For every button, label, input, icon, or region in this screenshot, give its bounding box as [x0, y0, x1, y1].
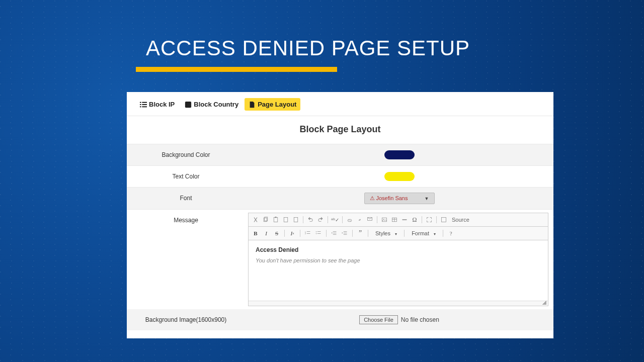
svg-rect-25	[317, 233, 321, 234]
svg-rect-30	[344, 233, 347, 233]
rich-text-editor: ᵃᵇ✓ Ω Source B	[248, 213, 548, 306]
strike-icon[interactable]: S	[273, 229, 281, 237]
message-label: Message	[127, 210, 245, 309]
tab-label: Block IP	[149, 101, 175, 108]
tab-block-ip[interactable]: Block IP	[136, 98, 179, 111]
text-color-swatch[interactable]	[384, 172, 415, 181]
paste-word-icon[interactable]	[292, 216, 300, 224]
paste-text-icon[interactable]	[282, 216, 290, 224]
svg-rect-2	[140, 104, 141, 105]
maximize-icon[interactable]	[425, 216, 433, 224]
tab-block-country[interactable]: Block Country	[181, 98, 243, 111]
file-status: No file chosen	[401, 316, 439, 323]
row-bg-color: Background Color	[127, 144, 553, 166]
bg-image-label: Background Image(1600x900)	[127, 309, 245, 330]
section-title: Block Page Layout	[127, 116, 553, 144]
cut-icon[interactable]	[252, 216, 260, 224]
message-body: You don't have permission to see the pag…	[256, 257, 541, 263]
title-underline	[136, 67, 337, 72]
list-icon	[140, 101, 147, 108]
editor-toolbar-1: ᵃᵇ✓ Ω Source	[249, 213, 548, 227]
numbered-list-icon[interactable]: 12	[304, 229, 312, 237]
spellcheck-icon[interactable]: ᵃᵇ✓	[331, 216, 339, 224]
table-icon[interactable]	[390, 216, 398, 224]
svg-rect-21	[307, 233, 310, 234]
text-color-label: Text Color	[127, 166, 245, 187]
font-select[interactable]: ⚠Josefin Sans ▼	[364, 193, 435, 204]
redo-icon[interactable]	[316, 216, 325, 224]
slide-title: ACCESS DENIED PAGE SETUP	[146, 36, 470, 60]
unlink-icon[interactable]	[356, 216, 364, 224]
svg-rect-27	[333, 233, 337, 233]
source-button[interactable]: Source	[450, 217, 471, 223]
editor-toolbar-2: B I S Ix 12 ” Styles ▾ Format	[249, 227, 548, 240]
tab-page-layout[interactable]: Page Layout	[245, 98, 300, 111]
svg-rect-17	[442, 218, 446, 222]
editor-content[interactable]: Access Denied You don't have permission …	[249, 240, 548, 301]
svg-rect-31	[344, 234, 347, 235]
resize-handle[interactable]	[249, 301, 548, 306]
tab-label: Block Country	[194, 101, 238, 108]
bullet-list-icon[interactable]	[314, 229, 323, 237]
bg-color-label: Background Color	[127, 144, 245, 165]
row-bg-image: Background Image(1600x900) Choose File N…	[127, 309, 553, 330]
indent-icon[interactable]	[341, 229, 349, 237]
svg-point-22	[316, 231, 317, 232]
svg-rect-4	[140, 106, 141, 107]
svg-rect-3	[142, 104, 147, 105]
bg-color-swatch[interactable]	[384, 150, 415, 159]
anchor-icon[interactable]	[366, 216, 374, 224]
help-icon[interactable]: ?	[447, 229, 455, 237]
svg-rect-12	[294, 218, 298, 222]
svg-rect-13	[382, 218, 387, 222]
message-heading: Access Denied	[256, 246, 541, 253]
svg-rect-16	[403, 219, 407, 220]
font-label: Font	[127, 188, 245, 209]
row-font: Font ⚠Josefin Sans ▼	[127, 188, 553, 210]
paste-icon[interactable]	[272, 216, 280, 224]
format-select[interactable]: Format ▾	[408, 229, 439, 237]
font-select-value: Josefin Sans	[376, 195, 408, 201]
image-icon[interactable]	[380, 216, 388, 224]
choose-file-button[interactable]: Choose File	[359, 315, 398, 324]
svg-rect-28	[333, 234, 337, 235]
chevron-down-icon: ▼	[425, 196, 429, 201]
svg-rect-9	[274, 218, 278, 222]
italic-icon[interactable]: I	[262, 229, 270, 237]
row-text-color: Text Color	[127, 166, 553, 188]
styles-select[interactable]: Styles ▾	[372, 229, 400, 237]
blockquote-icon[interactable]: ”	[356, 229, 364, 237]
svg-text:2: 2	[305, 233, 306, 235]
svg-rect-5	[142, 106, 147, 107]
special-char-icon[interactable]: Ω	[411, 216, 419, 224]
svg-rect-1	[142, 102, 147, 103]
svg-rect-23	[317, 231, 321, 232]
tab-bar: Block IP Block Country Page Layout	[127, 92, 553, 116]
file-icon	[249, 101, 256, 108]
link-icon[interactable]	[346, 216, 354, 224]
outdent-icon[interactable]	[330, 229, 338, 237]
undo-icon[interactable]	[306, 216, 314, 224]
hr-icon[interactable]	[400, 216, 409, 224]
row-message: Message ᵃᵇ✓	[127, 210, 553, 309]
tab-label: Page Layout	[258, 101, 296, 108]
svg-rect-26	[333, 231, 337, 232]
svg-rect-29	[344, 231, 347, 232]
source-icon[interactable]	[440, 216, 448, 224]
settings-panel: Block IP Block Country Page Layout Block…	[127, 92, 553, 338]
warning-icon: ⚠	[370, 195, 375, 201]
copy-icon[interactable]	[262, 216, 270, 224]
remove-format-icon[interactable]: Ix	[288, 229, 296, 237]
bold-icon[interactable]: B	[252, 229, 260, 237]
svg-rect-0	[140, 102, 141, 103]
svg-point-24	[316, 233, 317, 234]
svg-rect-11	[284, 218, 288, 222]
svg-rect-6	[185, 101, 191, 107]
svg-rect-19	[307, 231, 310, 232]
svg-rect-10	[275, 217, 277, 218]
globe-icon	[185, 101, 192, 108]
